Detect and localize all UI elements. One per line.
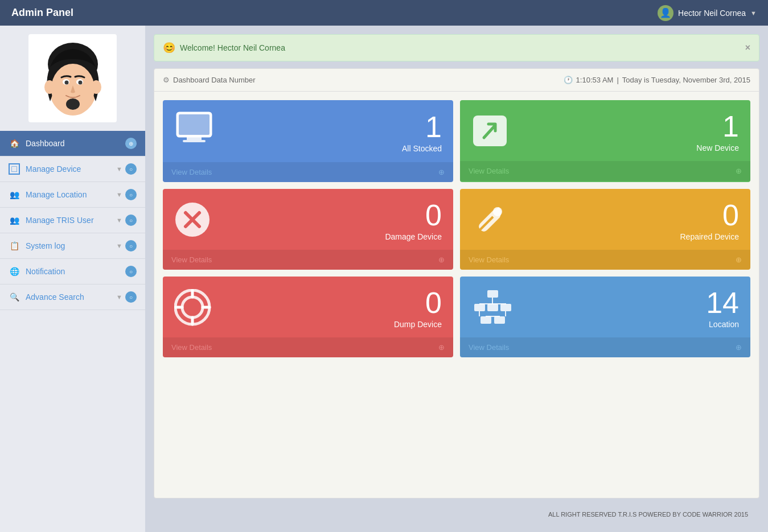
new-device-label: New Device	[696, 143, 739, 152]
svg-point-21	[493, 207, 502, 216]
chevron-down-icon-5: ▼	[116, 294, 122, 300]
welcome-banner: 😊 Welcome! Hector Neil Cornea ×	[154, 34, 759, 61]
sidebar-item-dashboard-label: Dashboard	[26, 139, 65, 148]
user-avatar-container	[28, 34, 117, 122]
new-device-number: 1	[696, 112, 739, 141]
sitemap-icon	[471, 289, 514, 328]
all-stocked-label: All Stocked	[402, 144, 442, 153]
card-damage-device-top: 0 Damage Device	[163, 189, 453, 250]
times-circle-icon	[174, 201, 211, 241]
sidebar-item-advance-search[interactable]: 🔍 Advance Search ▼ ○	[0, 284, 145, 310]
new-device-info: 1 New Device	[696, 112, 739, 152]
plus-circle-icon-3: ⊕	[438, 255, 445, 264]
sidebar-item-notification-label: Notification	[26, 267, 65, 276]
svg-rect-14	[187, 137, 202, 140]
system-log-badge: ○	[125, 240, 137, 251]
sidebar-item-advance-search-label: Advance Search	[26, 292, 84, 302]
life-ring-icon	[174, 289, 211, 328]
share-icon	[471, 114, 508, 150]
sidebar-item-manage-location-label: Manage Location	[26, 190, 87, 199]
location-view-details[interactable]: View Details ⊕	[460, 337, 750, 357]
navbar-dropdown-arrow[interactable]: ▼	[750, 10, 757, 17]
sidebar-item-manage-tris-user-label: Manage TRIS User	[26, 216, 94, 225]
wrench-icon	[471, 201, 508, 241]
location-number: 14	[706, 288, 739, 317]
chevron-down-icon: ▼	[116, 166, 122, 172]
card-dump-device-top: 0 Dump Device	[163, 277, 453, 337]
home-icon: 🏠	[9, 138, 20, 149]
location-icon: 👥	[9, 189, 20, 200]
location-badge: ○	[125, 189, 137, 200]
damage-device-number: 0	[385, 200, 442, 230]
chevron-down-icon-2: ▼	[116, 191, 122, 198]
gear-icon: ⚙	[163, 76, 170, 84]
dump-device-view-details[interactable]: View Details ⊕	[163, 337, 453, 357]
plus-circle-icon-2: ⊕	[736, 167, 742, 175]
navbar-user[interactable]: 👤 Hector Neil Cornea ▼	[658, 5, 757, 21]
sidebar-item-dashboard[interactable]: 🏠 Dashboard ⊕	[0, 131, 145, 156]
new-device-view-details[interactable]: View Details ⊕	[460, 161, 750, 181]
search-icon: 🔍	[9, 291, 20, 303]
location-info: 14 Location	[706, 288, 739, 329]
svg-rect-28	[487, 290, 498, 298]
welcome-left: 😊 Welcome! Hector Neil Cornea	[163, 42, 285, 54]
welcome-message: Welcome! Hector Neil Cornea	[180, 43, 285, 52]
dump-device-number: 0	[394, 288, 442, 317]
all-stocked-number: 1	[402, 112, 442, 142]
panel-title: Dashboard Data Number	[173, 76, 256, 84]
panel-date: Today is Tuesday, November 3rd, 2015	[622, 76, 750, 84]
plus-circle-icon-4: ⊕	[736, 255, 742, 264]
repaired-device-info: 0 Repaired Device	[680, 200, 740, 241]
sidebar-item-manage-tris-user[interactable]: 👥 Manage TRIS User ▼ ○	[0, 208, 145, 233]
repaired-device-view-details[interactable]: View Details ⊕	[460, 250, 750, 270]
damage-device-view-details[interactable]: View Details ⊕	[163, 250, 453, 270]
card-location-top: 14 Location	[460, 277, 750, 337]
tris-user-badge: ○	[125, 215, 137, 226]
card-new-device: 1 New Device View Details ⊕	[460, 100, 750, 182]
main-content: 😊 Welcome! Hector Neil Cornea × ⚙ Dashbo…	[145, 26, 768, 532]
panel-header-left: ⚙ Dashboard Data Number	[163, 76, 256, 84]
navbar-brand: Admin Panel	[11, 7, 73, 19]
plus-circle-icon-6: ⊕	[736, 343, 742, 352]
sidebar: 🏠 Dashboard ⊕ □ Manage Device ▼ ○ 👥 Mana…	[0, 26, 145, 532]
sidebar-item-manage-location[interactable]: 👥 Manage Location ▼ ○	[0, 182, 145, 208]
close-icon[interactable]: ×	[745, 43, 750, 53]
sidebar-nav: 🏠 Dashboard ⊕ □ Manage Device ▼ ○ 👥 Mana…	[0, 131, 145, 310]
sidebar-item-system-log[interactable]: 📋 System log ▼ ○	[0, 233, 145, 259]
svg-rect-35	[480, 316, 491, 324]
card-new-device-top: 1 New Device	[460, 100, 750, 161]
card-repaired-device: 0 Repaired Device View Details ⊕	[460, 189, 750, 270]
repaired-device-label: Repaired Device	[680, 232, 740, 241]
svg-point-9	[64, 80, 68, 84]
dashboard-badge: ⊕	[125, 138, 137, 149]
dump-device-label: Dump Device	[394, 320, 442, 329]
device-badge: ○	[125, 163, 137, 175]
card-repaired-device-top: 0 Repaired Device	[460, 189, 750, 250]
damage-device-label: Damage Device	[385, 232, 442, 241]
panel-separator: |	[617, 76, 618, 84]
svg-rect-31	[500, 304, 511, 311]
svg-text:👤: 👤	[660, 7, 671, 18]
svg-rect-30	[487, 304, 498, 311]
svg-point-23	[182, 297, 203, 317]
navbar-username: Hector Neil Cornea	[678, 9, 746, 18]
repaired-device-number: 0	[680, 200, 740, 230]
sidebar-item-manage-device[interactable]: □ Manage Device ▼ ○	[0, 156, 145, 182]
dump-device-info: 0 Dump Device	[394, 288, 442, 329]
notification-icon: 🌐	[9, 266, 20, 277]
card-dump-device: 0 Dump Device View Details ⊕	[163, 277, 453, 357]
panel-time: 1:10:53 AM	[576, 76, 614, 84]
footer-text: ALL RIGHT RESERVED T.R.I.S POWERED BY CO…	[548, 511, 748, 518]
cards-grid: 1 All Stocked View Details ⊕	[154, 92, 759, 366]
all-stocked-view-details[interactable]: View Details ⊕	[163, 162, 453, 182]
plus-circle-icon: ⊕	[438, 168, 445, 176]
sidebar-item-notification[interactable]: 🌐 Notification ○	[0, 259, 145, 284]
svg-rect-29	[474, 304, 485, 311]
avatar: 👤	[658, 5, 673, 21]
tris-user-icon: 👥	[9, 215, 20, 226]
system-log-icon: 📋	[9, 240, 20, 251]
user-avatar-image	[33, 39, 113, 118]
svg-rect-16	[179, 114, 210, 135]
panel-header-right: 🕐 1:10:53 AM | Today is Tuesday, Novembe…	[564, 76, 750, 84]
all-stocked-info: 1 All Stocked	[402, 112, 442, 153]
